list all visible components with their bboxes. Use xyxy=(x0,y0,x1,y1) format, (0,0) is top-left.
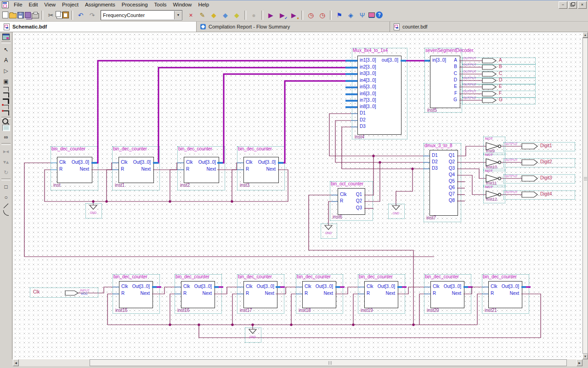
schematic-canvas[interactable]: Mux_8x4_to_1x4inst4in1[3..0]in2[3..0]in3… xyxy=(13,32,582,359)
symbol-tool-button[interactable]: ▷ xyxy=(1,66,11,75)
orthogonal-node-tool-button[interactable] xyxy=(3,87,9,92)
new-file-button[interactable] xyxy=(2,12,8,18)
scroll-right-arrow[interactable]: ▶ xyxy=(577,359,582,366)
open-file-button[interactable] xyxy=(9,13,17,18)
close-button[interactable]: × xyxy=(578,1,587,9)
node-highlight-tool-button[interactable] xyxy=(3,105,9,109)
eda-tool-settings-button[interactable]: ◆ xyxy=(232,10,242,20)
menu-window[interactable]: Window xyxy=(170,1,195,8)
scroll-up-arrow[interactable]: ▲ xyxy=(582,32,588,38)
node-wire[interactable] xyxy=(107,170,119,201)
menu-tools[interactable]: Tools xyxy=(151,1,170,8)
selection-tool-button[interactable]: ↖ xyxy=(1,45,11,54)
node-wire[interactable] xyxy=(214,287,243,294)
node-wire[interactable] xyxy=(91,163,119,170)
node-wire[interactable] xyxy=(364,156,373,195)
minimize-button[interactable]: − xyxy=(559,1,567,9)
tab-schematic-bdf[interactable]: Schematic.bdf xyxy=(0,22,197,32)
node-wire[interactable] xyxy=(364,162,380,201)
save-all-button[interactable] xyxy=(25,12,31,18)
signaltap-analyzer-button[interactable]: ⚑ xyxy=(334,10,345,20)
stop-processing-button[interactable]: × xyxy=(186,10,196,20)
node-wire[interactable] xyxy=(328,201,338,225)
project-combo[interactable]: FrequencyCounter ▼ xyxy=(101,10,182,20)
start-compilation-button[interactable]: ▶ xyxy=(266,10,276,20)
tab-counter-bdf[interactable]: counter.bdf xyxy=(390,22,588,32)
orthogonal-conduit-tool-button[interactable] xyxy=(3,98,9,104)
tab-compilation-report[interactable]: Compilation Report - Flow Summary xyxy=(197,22,390,32)
timing-settings-button[interactable]: ◆ xyxy=(220,10,231,20)
block-tool-button[interactable]: ▣ xyxy=(1,76,11,86)
node-wire[interactable] xyxy=(152,287,181,294)
node-wire[interactable] xyxy=(232,294,243,325)
node-wire[interactable] xyxy=(457,146,486,156)
bus-highlight-tool-button[interactable] xyxy=(3,110,9,115)
orthogonal-bus-tool-button[interactable] xyxy=(3,92,9,98)
save-button[interactable] xyxy=(17,12,24,18)
node-wire[interactable] xyxy=(217,163,243,170)
node-wire[interactable] xyxy=(291,294,302,325)
find-button[interactable]: ∞ xyxy=(1,132,11,142)
flip-vertical-button[interactable]: ▾▴ xyxy=(1,157,11,167)
menu-help[interactable]: Help xyxy=(195,1,212,8)
node-wire[interactable] xyxy=(457,175,486,195)
node-wire[interactable] xyxy=(45,170,288,201)
zoom-tool-button[interactable] xyxy=(2,118,8,124)
classic-timing-analyzer-button[interactable]: ◷ xyxy=(317,10,328,20)
redo-button[interactable]: ↷ xyxy=(87,10,97,20)
programmer-button[interactable]: ◈ xyxy=(345,10,356,20)
node-wire[interactable] xyxy=(396,169,413,206)
arc-tool-button[interactable] xyxy=(3,210,9,216)
vertical-scrollbar[interactable]: ▲ ▼ xyxy=(582,32,588,359)
stop-button[interactable]: ● xyxy=(249,10,259,20)
start-analysis-synthesis-button[interactable]: ▶✓ xyxy=(277,10,288,20)
start-timing-analysis-button[interactable]: ▶● xyxy=(288,10,299,20)
assignments-settings-button[interactable]: ◆ xyxy=(209,10,219,20)
menu-processing[interactable]: Processing xyxy=(119,1,151,8)
copy-button[interactable] xyxy=(56,11,61,17)
horizontal-scrollbar[interactable]: ◀ ▶ xyxy=(13,359,582,366)
node-wire[interactable] xyxy=(107,294,119,325)
assignment-editor-button[interactable]: ✎ xyxy=(197,10,208,20)
menu-project[interactable]: Project xyxy=(59,1,82,8)
timequest-timing-analyzer-button[interactable]: ◷ xyxy=(305,10,316,20)
sopc-builder-button[interactable] xyxy=(368,12,375,17)
node-wire[interactable] xyxy=(353,294,364,325)
vertical-scroll-thumb[interactable] xyxy=(582,38,588,354)
menu-assignments[interactable]: Assignments xyxy=(82,1,119,8)
rotate-90-button[interactable]: ↻ xyxy=(1,167,11,177)
combo-dropdown-arrow[interactable]: ▼ xyxy=(174,11,182,19)
horizontal-scroll-thumb[interactable] xyxy=(90,359,567,366)
pin-planner-button[interactable]: Ψ xyxy=(357,10,368,20)
schematic-window-button[interactable] xyxy=(2,34,10,40)
menu-file[interactable]: File xyxy=(11,1,26,8)
scroll-down-arrow[interactable]: ▼ xyxy=(582,354,588,359)
cut-button[interactable]: ✂ xyxy=(45,10,56,20)
ellipse-tool-button[interactable]: ○ xyxy=(1,192,11,202)
full-screen-button[interactable] xyxy=(2,125,10,131)
node-wire[interactable] xyxy=(329,114,430,156)
bus-wire[interactable] xyxy=(278,81,357,163)
node-wire[interactable] xyxy=(477,294,488,325)
node-wire[interactable] xyxy=(153,163,184,170)
menu-view[interactable]: View xyxy=(41,1,59,8)
bus-wire[interactable] xyxy=(217,74,357,163)
undo-button[interactable]: ↶ xyxy=(75,10,86,20)
node-wire[interactable] xyxy=(397,287,430,294)
node-wire[interactable] xyxy=(335,287,364,294)
text-tool-button[interactable]: A xyxy=(1,55,11,65)
menu-edit[interactable]: Edit xyxy=(26,1,41,8)
node-wire[interactable] xyxy=(170,294,181,325)
rectangle-tool-button[interactable]: □ xyxy=(1,182,11,191)
line-tool-button[interactable] xyxy=(3,203,9,209)
help-button[interactable]: ? xyxy=(376,12,383,18)
flip-horizontal-button[interactable]: ▸◂ xyxy=(1,146,11,156)
node-wire[interactable] xyxy=(276,287,302,294)
node-wire[interactable] xyxy=(419,294,430,325)
paste-button[interactable] xyxy=(62,12,69,18)
bus-wire[interactable] xyxy=(153,68,357,163)
scroll-left-arrow[interactable]: ◀ xyxy=(13,359,19,366)
restore-button[interactable] xyxy=(568,1,577,9)
node-wire[interactable] xyxy=(464,287,488,294)
node-wire[interactable] xyxy=(170,170,184,201)
